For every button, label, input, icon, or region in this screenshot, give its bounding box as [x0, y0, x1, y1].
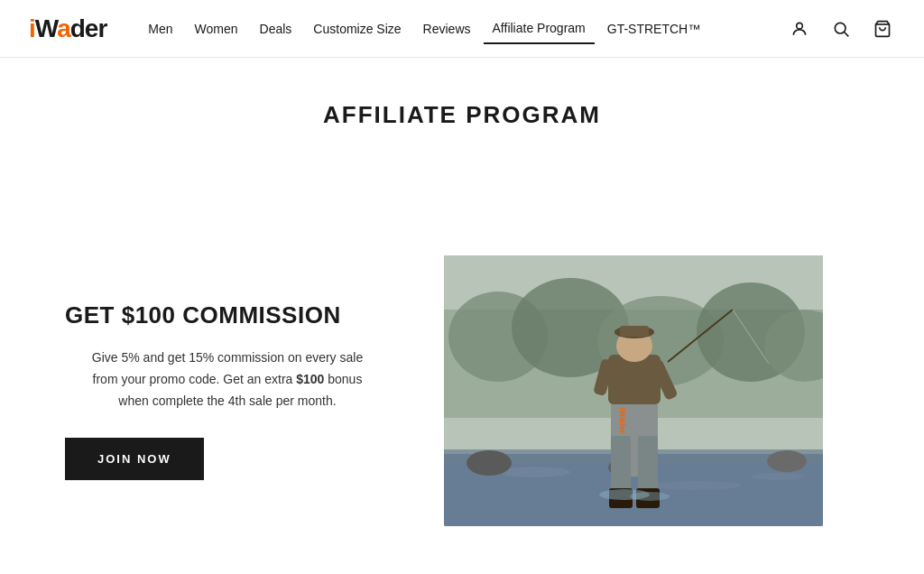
search-button[interactable]: [828, 16, 854, 42]
nav-affiliate-program[interactable]: Affiliate Program: [484, 14, 595, 44]
svg-point-1: [835, 23, 845, 33]
svg-point-14: [651, 481, 742, 490]
affiliate-section: GET $100 COMMISSION Give 5% and get 15% …: [47, 255, 877, 562]
logo-text-i: i: [29, 14, 35, 42]
logo-text-rest: a: [57, 14, 70, 42]
nav-women[interactable]: Women: [186, 14, 247, 43]
affiliate-text-block: GET $100 COMMISSION Give 5% and get 15% …: [47, 301, 390, 480]
cart-icon: [873, 20, 892, 38]
svg-point-15: [751, 473, 805, 480]
affiliate-image-svg: iWader: [444, 255, 823, 526]
commission-heading: GET $100 COMMISSION: [65, 301, 390, 329]
svg-point-17: [767, 450, 807, 472]
nav-gt-stretch[interactable]: GT-STRETCH™: [598, 14, 709, 43]
nav-reviews[interactable]: Reviews: [414, 14, 480, 43]
logo-text-wader: W: [35, 14, 57, 42]
svg-point-34: [630, 492, 670, 501]
svg-point-16: [467, 450, 512, 476]
svg-rect-25: [608, 355, 661, 404]
commission-description: Give 5% and get 15% commission on every …: [65, 347, 390, 412]
search-icon: [832, 20, 850, 38]
page-title: AFFILIATE PROGRAM: [29, 58, 895, 255]
svg-point-0: [797, 23, 803, 29]
nav-deals[interactable]: Deals: [251, 14, 301, 43]
account-icon: [790, 20, 808, 38]
nav-customize-size[interactable]: Customize Size: [304, 14, 410, 43]
svg-line-2: [845, 32, 849, 36]
svg-rect-30: [620, 326, 649, 337]
affiliate-image: iWader: [444, 255, 823, 526]
nav-men[interactable]: Men: [139, 14, 181, 43]
site-header: iWader Men Women Deals Customize Size Re…: [0, 0, 924, 58]
main-content: AFFILIATE PROGRAM GET $100 COMMISSION Gi…: [0, 58, 924, 562]
main-nav: Men Women Deals Customize Size Reviews A…: [139, 14, 780, 44]
account-button[interactable]: [787, 16, 812, 42]
join-now-button[interactable]: JOIN NOW: [65, 438, 204, 480]
header-icons: [787, 16, 895, 42]
commission-bold: $100: [296, 372, 324, 386]
cart-button[interactable]: [870, 16, 895, 42]
svg-text:iWader: iWader: [618, 407, 627, 434]
site-logo[interactable]: iWader: [29, 14, 106, 43]
